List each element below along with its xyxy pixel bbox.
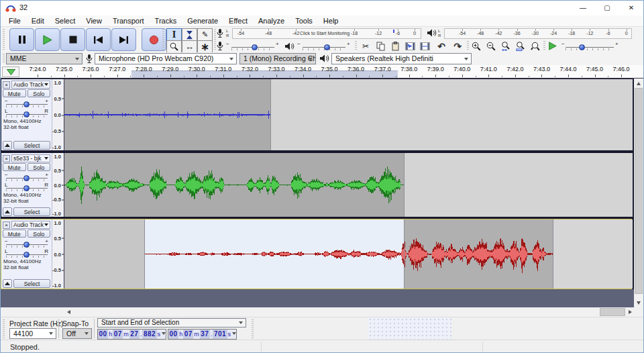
zoom-in-button[interactable] xyxy=(470,40,483,52)
gain-slider[interactable]: − + xyxy=(3,98,50,107)
menu-transport[interactable]: Transport xyxy=(107,16,150,26)
time-segment[interactable]: 27 xyxy=(129,330,140,339)
selection-start-field[interactable]: 00h07m27.882s xyxy=(97,329,166,340)
redo-button[interactable]: ↷ xyxy=(450,40,465,52)
waveform-track-2[interactable] xyxy=(64,153,633,217)
track-close-button[interactable]: × xyxy=(3,221,10,229)
time-segment[interactable]: 882 xyxy=(142,330,156,339)
zoom-tool-button[interactable] xyxy=(166,40,182,53)
menu-view[interactable]: View xyxy=(80,16,107,26)
monitoring-hint[interactable]: Click to Start Monitoring xyxy=(300,31,350,36)
time-segment[interactable]: 07 xyxy=(183,330,193,339)
track-name-menu[interactable]: s5e33 - bjk xyxy=(11,154,50,162)
menu-file[interactable]: File xyxy=(3,16,26,26)
time-segment[interactable]: m xyxy=(123,330,129,339)
clip-edge[interactable] xyxy=(144,219,145,289)
zoom-toggle-button[interactable] xyxy=(529,40,542,52)
selection-end-field[interactable]: 00h07m37.701s xyxy=(168,329,237,340)
play-volume-thumb[interactable] xyxy=(324,44,330,50)
gain-thumb[interactable] xyxy=(23,175,30,181)
skip-to-end-button[interactable] xyxy=(111,28,136,51)
gain-slider[interactable]: − + xyxy=(3,238,50,248)
solo-button[interactable]: Solo xyxy=(28,163,51,171)
menu-effect[interactable]: Effect xyxy=(223,16,253,26)
gain-slider[interactable]: − + xyxy=(3,172,50,181)
playback-meter[interactable]: -54-48-42-36-30-24-18-12-60 xyxy=(444,28,632,39)
pause-button[interactable] xyxy=(9,28,34,51)
pan-slider[interactable]: L R xyxy=(3,248,50,258)
vertical-scrollbar[interactable] xyxy=(634,79,643,307)
collapse-button[interactable] xyxy=(3,141,12,150)
track-close-button[interactable]: × xyxy=(3,155,10,162)
chevron-down-icon[interactable] xyxy=(231,330,236,339)
silence-audio-button[interactable] xyxy=(418,40,431,52)
snap-to-select[interactable]: Off xyxy=(62,328,92,339)
menu-edit[interactable]: Edit xyxy=(26,16,50,26)
menu-select[interactable]: Select xyxy=(50,16,81,26)
scroll-down-button[interactable] xyxy=(634,298,643,307)
trim-audio-button[interactable] xyxy=(403,40,417,52)
zoom-out-button[interactable] xyxy=(484,40,498,52)
selection-tool-button[interactable]: I xyxy=(166,28,182,41)
time-segment[interactable]: 37 xyxy=(200,330,210,339)
recording-device-select[interactable]: Microphone (HD Pro Webcam C920) xyxy=(95,53,237,64)
solo-button[interactable]: Solo xyxy=(28,89,51,97)
chevron-down-icon[interactable] xyxy=(161,330,166,339)
play-speed-slider[interactable] xyxy=(566,47,614,48)
vertical-scale-ruler[interactable]: 1.00.50.0-0.5-1.0 xyxy=(52,79,64,150)
cut-button[interactable]: ✂ xyxy=(359,40,372,52)
play-button[interactable] xyxy=(35,28,60,51)
timeshift-tool-button[interactable]: ↔ xyxy=(182,40,197,53)
playback-device-select[interactable]: Speakers (Realtek High Definiti xyxy=(331,53,472,64)
scroll-right-button[interactable] xyxy=(625,307,635,317)
pan-thumb[interactable] xyxy=(23,252,30,258)
select-button[interactable]: Select xyxy=(13,279,50,288)
play-meter-speaker-icon[interactable] xyxy=(427,29,437,37)
play-speed-thumb[interactable] xyxy=(579,44,585,50)
pan-thumb[interactable] xyxy=(23,185,30,191)
mute-button[interactable]: Mute xyxy=(3,163,26,171)
time-segment[interactable]: 701 xyxy=(213,330,227,339)
audio-host-select[interactable]: MME xyxy=(6,53,83,64)
menu-generate[interactable]: Generate xyxy=(182,16,223,26)
record-volume-thumb[interactable] xyxy=(252,44,258,50)
recording-meter[interactable]: -54-48-42-18-12-60Click to Start Monitor… xyxy=(232,28,421,39)
pan-slider[interactable]: L R xyxy=(3,182,50,191)
paste-button[interactable] xyxy=(388,40,402,52)
vertical-scroll-thumb[interactable] xyxy=(635,88,643,294)
envelope-tool-button[interactable] xyxy=(182,28,197,41)
multi-tool-button[interactable]: ∗ xyxy=(197,40,213,53)
menu-help[interactable]: Help xyxy=(318,16,344,26)
skip-to-start-button[interactable] xyxy=(86,28,111,51)
solo-button[interactable]: Solo xyxy=(28,230,51,238)
menu-analyze[interactable]: Analyze xyxy=(253,16,290,26)
minimize-button[interactable]: — xyxy=(571,1,595,15)
play-at-speed-button[interactable] xyxy=(546,40,558,52)
time-segment[interactable]: h xyxy=(178,330,183,339)
waveform-track-3[interactable] xyxy=(64,219,633,289)
close-button[interactable]: ✕ xyxy=(619,1,643,15)
track-name-menu[interactable]: Audio Track xyxy=(11,81,50,89)
pan-thumb[interactable] xyxy=(23,111,30,117)
record-meter-mic-icon[interactable] xyxy=(217,29,223,38)
scroll-up-button[interactable] xyxy=(634,79,643,88)
vertical-scale-ruler[interactable]: 1.00.50.0-0.5-1.0 xyxy=(52,153,64,217)
time-segment[interactable]: h xyxy=(108,330,113,339)
mute-button[interactable]: Mute xyxy=(3,89,26,97)
time-segment[interactable]: m xyxy=(193,330,200,339)
recording-channels-select[interactable]: 1 (Mono) Recording Chann xyxy=(239,53,316,64)
menu-tools[interactable]: Tools xyxy=(290,16,318,26)
selection-mode-select[interactable]: Start and End of Selection xyxy=(97,318,246,327)
scroll-left-button[interactable] xyxy=(64,307,73,317)
undo-button[interactable]: ↶ xyxy=(434,40,449,52)
time-segment[interactable]: 00 xyxy=(168,330,178,339)
collapse-button[interactable] xyxy=(3,279,12,288)
waveform-track-1[interactable] xyxy=(64,79,633,150)
horizontal-scrollbar[interactable] xyxy=(1,307,644,317)
menu-tracks[interactable]: Tracks xyxy=(150,16,182,26)
mute-button[interactable]: Mute xyxy=(3,230,26,238)
track-name-menu[interactable]: Audio Track xyxy=(11,221,50,229)
project-rate-select[interactable]: 44100 xyxy=(9,328,56,339)
gain-thumb[interactable] xyxy=(23,242,30,248)
time-segment[interactable]: 00 xyxy=(98,330,108,339)
